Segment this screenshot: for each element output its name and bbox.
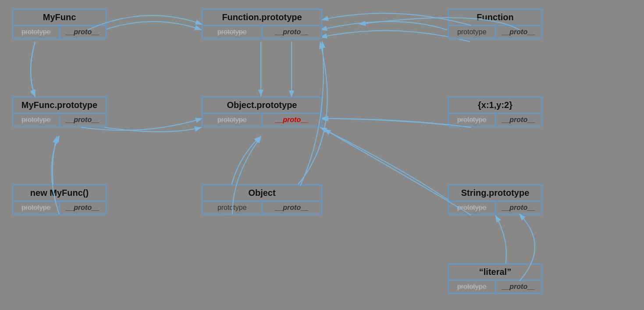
node-new-myfunc-row: prototype __proto__ xyxy=(13,201,106,214)
node-string-proto-title: String.prototype xyxy=(449,185,541,201)
node-myfunc-prototype-prototype: prototype xyxy=(13,114,60,126)
node-string-proto-row: prototype __proto__ xyxy=(449,201,541,214)
node-literal-title: “literal” xyxy=(449,264,541,280)
node-myfunc-prototype-row: prototype __proto__ xyxy=(13,113,106,126)
node-myfunc-prototype-proto: __proto__ xyxy=(60,114,106,126)
node-string-proto-proto: __proto__ xyxy=(496,202,542,214)
node-object-proto: __proto__ xyxy=(263,202,322,214)
node-myfunc-prototype-title: MyFunc.prototype xyxy=(13,97,106,113)
node-object-proto: Object.prototype prototype __proto__ xyxy=(202,97,322,127)
node-xy: {x:1,y:2} prototype __proto__ xyxy=(448,97,542,127)
node-string-proto: String.prototype prototype __proto__ xyxy=(448,184,542,215)
node-xy-row: prototype __proto__ xyxy=(449,113,541,126)
node-new-myfunc-prototype: prototype xyxy=(13,202,60,214)
node-xy-title: {x:1,y:2} xyxy=(449,97,541,113)
node-new-myfunc: new MyFunc() prototype __proto__ xyxy=(12,184,107,215)
node-object: Object prototype __proto__ xyxy=(202,184,322,215)
node-literal-prototype: prototype xyxy=(449,281,496,293)
node-function-proto: Function.prototype prototype __proto__ xyxy=(202,9,322,39)
node-literal: “literal” prototype __proto__ xyxy=(448,263,542,294)
node-function-proto-proto: __proto__ xyxy=(263,26,322,38)
node-myfunc-row: prototype __proto__ xyxy=(13,25,106,38)
node-string-proto-prototype: prototype xyxy=(449,202,496,214)
node-myfunc: MyFunc prototype __proto__ xyxy=(12,9,107,39)
node-function-proto-title: Function.prototype xyxy=(203,10,321,25)
node-object-proto-prototype: prototype xyxy=(203,114,263,126)
node-xy-prototype: prototype xyxy=(449,114,496,126)
node-object-row: prototype __proto__ xyxy=(203,201,321,214)
arrows-layer xyxy=(0,0,644,310)
node-xy-proto: __proto__ xyxy=(496,114,542,126)
node-new-myfunc-proto: __proto__ xyxy=(60,202,106,214)
node-myfunc-prototype: MyFunc.prototype prototype __proto__ xyxy=(12,97,107,127)
node-function-proto-row: prototype __proto__ xyxy=(203,25,321,38)
node-function-title: Function xyxy=(449,10,541,25)
node-myfunc-prototype: prototype xyxy=(13,26,60,38)
node-object-title: Object xyxy=(203,185,321,201)
node-myfunc-proto: __proto__ xyxy=(60,26,106,38)
node-function-prototype: prototype xyxy=(449,26,496,38)
node-object-prototype: prototype xyxy=(203,202,263,214)
node-function-proto: __proto__ xyxy=(496,26,542,38)
node-myfunc-title: MyFunc xyxy=(13,10,106,25)
node-new-myfunc-title: new MyFunc() xyxy=(13,185,106,201)
node-object-proto-row: prototype __proto__ xyxy=(203,113,321,126)
node-literal-proto: __proto__ xyxy=(496,281,542,293)
node-function-proto-prototype: prototype xyxy=(203,26,263,38)
node-object-proto-title: Object.prototype xyxy=(203,97,321,113)
node-literal-row: prototype __proto__ xyxy=(449,280,541,293)
node-function: Function prototype __proto__ xyxy=(448,9,542,39)
arrows-svg xyxy=(0,0,644,310)
node-function-row: prototype __proto__ xyxy=(449,25,541,38)
node-object-proto-proto: __proto__ xyxy=(263,114,322,126)
